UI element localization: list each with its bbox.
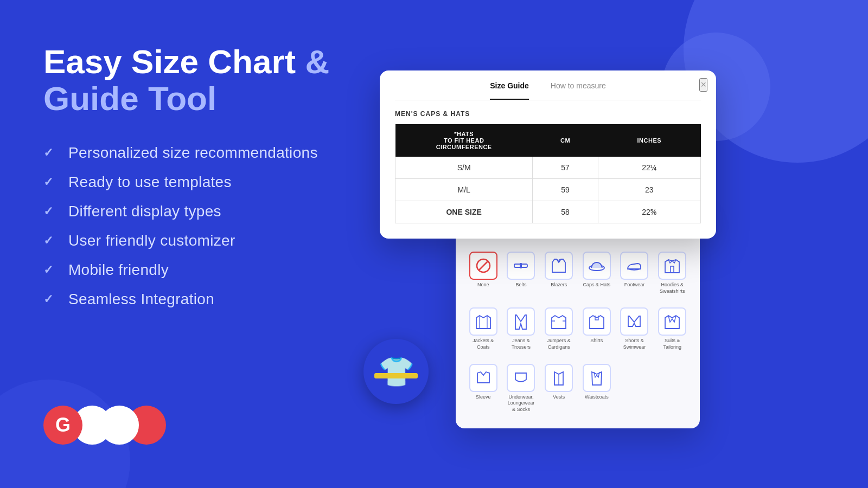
category-belts[interactable]: Belts bbox=[505, 247, 538, 299]
category-label-caps: Caps & Hats bbox=[583, 282, 611, 288]
svg-rect-3 bbox=[520, 263, 522, 268]
size-guide-card: × Size Guide How to measure MEN'S CAPS &… bbox=[380, 70, 716, 239]
category-hoodies[interactable]: Hoodies & Sweatshirts bbox=[655, 247, 689, 299]
category-jackets[interactable]: Jackets & Coats bbox=[467, 303, 500, 355]
tab-size-guide[interactable]: Size Guide bbox=[490, 81, 529, 94]
category-label-none: None bbox=[477, 282, 489, 288]
inches-sm: 22¼ bbox=[598, 157, 700, 179]
category-label-shirts: Shirts bbox=[590, 338, 603, 344]
category-caps[interactable]: Caps & Hats bbox=[580, 247, 614, 299]
category-icon-shirts bbox=[583, 307, 611, 336]
size-table: *HATSTO FIT HEADCIRCUMFERENCE CM INCHES … bbox=[395, 124, 701, 223]
feature-item-1: ✓ Personalized size recommendations bbox=[43, 144, 358, 162]
category-icon-jumpers bbox=[545, 307, 573, 336]
feature-item-2: ✓ Ready to use templates bbox=[43, 174, 358, 191]
category-waistcoats[interactable]: Waistcoats bbox=[580, 359, 614, 418]
table-row: M/L 59 23 bbox=[395, 179, 701, 201]
category-icon-suits bbox=[658, 307, 686, 336]
feature-text-2: Ready to use templates bbox=[68, 174, 232, 191]
section-title: MEN'S CAPS & HATS bbox=[395, 110, 701, 118]
inches-ml: 23 bbox=[598, 179, 700, 201]
close-button[interactable]: × bbox=[699, 78, 707, 92]
category-icon-jeans bbox=[507, 307, 535, 336]
category-sleeve[interactable]: Sleeve bbox=[467, 359, 500, 418]
ruler-decoration bbox=[374, 373, 418, 378]
check-icon-3: ✓ bbox=[43, 204, 59, 219]
category-none[interactable]: None bbox=[467, 247, 500, 299]
category-icon-jackets bbox=[469, 307, 497, 336]
category-icon-caps bbox=[583, 252, 611, 280]
category-label-underwear: Underwear, Loungewear & Socks bbox=[507, 394, 536, 413]
category-blazers[interactable]: Blazers bbox=[542, 247, 576, 299]
size-sm: S/M bbox=[395, 157, 533, 179]
title-ampersand: & bbox=[305, 43, 329, 80]
feature-item-5: ✓ Mobile friendly bbox=[43, 261, 358, 279]
category-footwear[interactable]: Footwear bbox=[618, 247, 652, 299]
category-label-belts: Belts bbox=[515, 282, 526, 288]
left-panel: Easy Size Chart & Guide Tool ✓ Personali… bbox=[43, 43, 358, 308]
category-suits[interactable]: Suits & Tailoring bbox=[655, 303, 689, 355]
cm-ml: 59 bbox=[533, 179, 598, 201]
category-label-jumpers: Jumpers & Cardigans bbox=[544, 338, 573, 350]
category-icon-underwear bbox=[507, 364, 535, 392]
cm-sm: 57 bbox=[533, 157, 598, 179]
check-icon-4: ✓ bbox=[43, 234, 59, 248]
inches-one: 22⅝ bbox=[598, 201, 700, 223]
category-icon-footwear bbox=[620, 252, 648, 280]
category-label-suits: Suits & Tailoring bbox=[658, 338, 687, 350]
logo-g-letter: G bbox=[55, 414, 71, 436]
main-title: Easy Size Chart & Guide Tool bbox=[43, 43, 358, 117]
tshirt-icon: 👕 bbox=[378, 357, 414, 386]
col-header-hat: *HATSTO FIT HEADCIRCUMFERENCE bbox=[395, 124, 533, 157]
category-shirts[interactable]: Shirts bbox=[580, 303, 614, 355]
category-label-vests: Vests bbox=[553, 394, 565, 401]
category-underwear[interactable]: Underwear, Loungewear & Socks bbox=[505, 359, 538, 418]
category-grid-row1: None Belts Blazers Caps & Hats bbox=[467, 247, 689, 418]
category-icon-belts bbox=[507, 252, 535, 280]
feature-text-5: Mobile friendly bbox=[68, 261, 169, 279]
cm-one: 58 bbox=[533, 201, 598, 223]
category-label-jackets: Jackets & Coats bbox=[469, 338, 498, 350]
category-icon-hoodies bbox=[658, 252, 686, 280]
feature-item-6: ✓ Seamless Integration bbox=[43, 291, 358, 308]
feature-text-3: Different display types bbox=[68, 203, 221, 220]
category-shorts[interactable]: Shorts & Swimwear bbox=[618, 303, 652, 355]
svg-line-1 bbox=[479, 261, 488, 270]
feature-item-4: ✓ User friendly customizer bbox=[43, 232, 358, 249]
category-jeans[interactable]: Jeans & Trousers bbox=[505, 303, 538, 355]
col-header-cm: CM bbox=[533, 124, 598, 157]
table-row: S/M 57 22¼ bbox=[395, 157, 701, 179]
col-header-inches: INCHES bbox=[598, 124, 700, 157]
size-ml: M/L bbox=[395, 179, 533, 201]
category-label-blazers: Blazers bbox=[551, 282, 567, 288]
category-label-jeans: Jeans & Trousers bbox=[507, 338, 536, 350]
category-icon-vests bbox=[545, 364, 573, 392]
check-icon-5: ✓ bbox=[43, 263, 59, 277]
feature-list: ✓ Personalized size recommendations ✓ Re… bbox=[43, 144, 358, 308]
category-picker-card: MEN WOMEN None Belts Blazers bbox=[456, 206, 700, 428]
category-jumpers[interactable]: Jumpers & Cardigans bbox=[542, 303, 576, 355]
feature-text-1: Personalized size recommendations bbox=[68, 144, 318, 162]
right-panel: × Size Guide How to measure MEN'S CAPS &… bbox=[347, 0, 868, 488]
title-main-text: Easy Size Chart bbox=[43, 43, 296, 80]
feature-text-6: Seamless Integration bbox=[68, 291, 214, 308]
category-icon-none bbox=[469, 252, 497, 280]
title-line2-text: Guide Tool bbox=[43, 80, 216, 117]
feature-text-4: User friendly customizer bbox=[68, 232, 235, 249]
category-icon-shorts bbox=[620, 307, 648, 336]
tab-how-to-measure[interactable]: How to measure bbox=[551, 81, 606, 94]
category-vests[interactable]: Vests bbox=[542, 359, 576, 418]
size-one: ONE SIZE bbox=[395, 201, 533, 223]
tshirt-badge: 👕 bbox=[363, 339, 429, 404]
tabs-row: Size Guide How to measure bbox=[395, 81, 701, 100]
category-label-waistcoats: Waistcoats bbox=[585, 394, 609, 401]
feature-item-3: ✓ Different display types bbox=[43, 203, 358, 220]
category-icon-sleeve bbox=[469, 364, 497, 392]
category-label-sleeve: Sleeve bbox=[476, 394, 491, 401]
check-icon-6: ✓ bbox=[43, 292, 59, 306]
category-label-footwear: Footwear bbox=[624, 282, 645, 288]
check-icon-1: ✓ bbox=[43, 146, 59, 160]
category-label-hoodies: Hoodies & Sweatshirts bbox=[658, 282, 687, 294]
category-label-shorts: Shorts & Swimwear bbox=[620, 338, 649, 350]
check-icon-2: ✓ bbox=[43, 175, 59, 189]
